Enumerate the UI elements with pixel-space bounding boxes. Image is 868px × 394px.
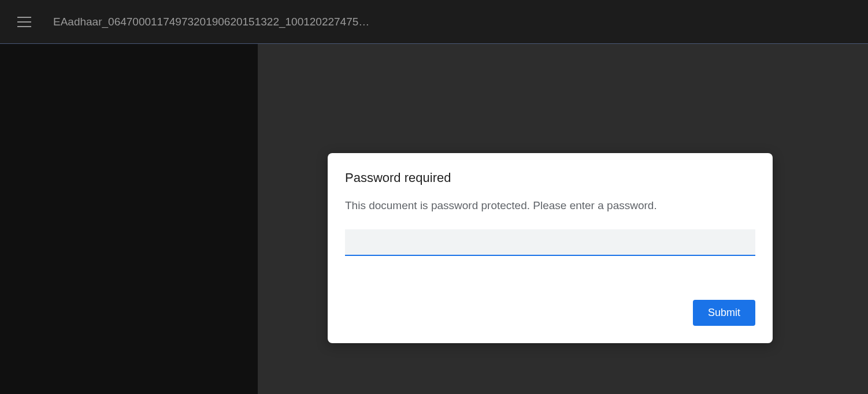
main-content: Password required This document is passw…: [0, 44, 868, 394]
dialog-title: Password required: [345, 170, 755, 185]
sidebar: [0, 44, 258, 394]
dialog-footer: Submit: [345, 300, 755, 326]
submit-button[interactable]: Submit: [693, 300, 755, 326]
dialog-message: This document is password protected. Ple…: [345, 199, 755, 212]
document-title: EAadhaar_064700011749732019062015132​2_1…: [53, 16, 369, 28]
header-bar: EAadhaar_064700011749732019062015132​2_1…: [0, 0, 868, 44]
password-input[interactable]: [345, 229, 755, 256]
pdf-viewer-area: Password required This document is passw…: [258, 44, 868, 394]
hamburger-menu-icon[interactable]: [17, 17, 31, 27]
password-dialog: Password required This document is passw…: [328, 153, 773, 343]
